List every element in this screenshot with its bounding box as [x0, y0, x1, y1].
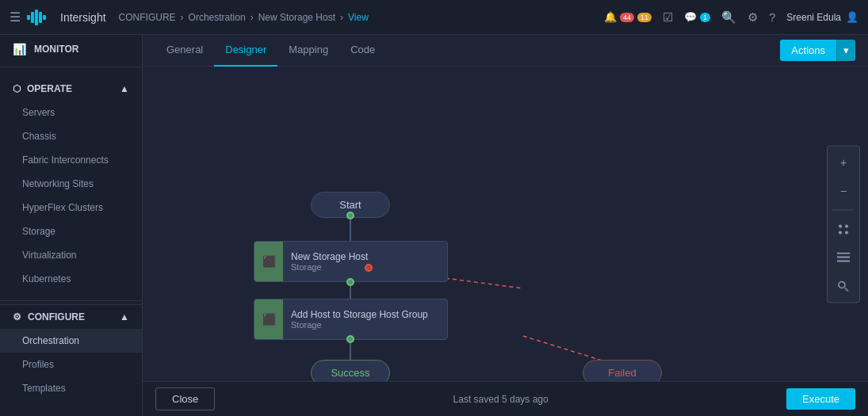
breadcrumb-sep3: › [340, 12, 343, 23]
svg-line-9 [523, 336, 605, 361]
tab-general[interactable]: General [155, 35, 214, 67]
svg-rect-1 [31, 12, 34, 23]
sidebar-item-servers[interactable]: Servers [0, 101, 142, 124]
task-node-2-title: Add Host to Storage Host Group [291, 309, 428, 320]
node2-output-dot [346, 335, 354, 343]
sidebar-item-hyperflex[interactable]: HyperFlex Clusters [0, 196, 142, 219]
configure-section: ⚙ CONFIGURE ▲ Orchestration Profiles Tem… [0, 304, 142, 400]
breadcrumb-host[interactable]: New Storage Host [258, 12, 335, 23]
task-checkmark-icon: ☑ [663, 10, 673, 24]
cisco-logo-svg [27, 9, 55, 26]
app-name: Intersight [60, 11, 106, 24]
breadcrumb-sep1: › [181, 12, 184, 23]
connections-svg [143, 67, 868, 381]
operate-label: OPERATE [27, 83, 72, 94]
execute-button[interactable]: Execute [786, 388, 855, 410]
tab-designer[interactable]: Designer [214, 35, 277, 67]
node1-error-dot [365, 264, 373, 272]
close-button[interactable]: Close [155, 387, 215, 410]
toolbar-divider [832, 209, 855, 210]
breadcrumb: CONFIGURE › Orchestration › New Storage … [119, 12, 604, 23]
node-success: Success [311, 360, 390, 381]
sidebar-item-fabric[interactable]: Fabric Interconnects [0, 148, 142, 172]
configure-label: CONFIGURE [28, 311, 85, 322]
user-icon: 👤 [846, 11, 858, 23]
task-node-1-title: New Storage Host [291, 251, 368, 262]
footer-status: Last saved 5 days ago [453, 394, 549, 405]
failed-label: Failed [608, 367, 636, 379]
task-node-1[interactable]: ⬛ New Storage Host Storage [254, 241, 448, 282]
svg-rect-3 [39, 12, 42, 23]
node-failed: Failed [583, 360, 662, 381]
task-node-2[interactable]: ⬛ Add Host to Storage Host Group Storage [254, 299, 448, 340]
chat-badge: 1 [700, 13, 710, 22]
nav-icons: 🔔 44 11 ☑ 💬 1 🔍 ⚙ ? Sreeni Edula 👤 [604, 10, 858, 25]
operate-header[interactable]: ⬡ OPERATE ▲ [0, 77, 142, 101]
svg-rect-16 [837, 260, 850, 261]
search-tool-icon[interactable] [832, 275, 855, 297]
actions-dropdown-button[interactable]: ▾ [836, 40, 855, 61]
sidebar-item-kubernetes[interactable]: Kubernetes [0, 267, 142, 291]
sidebar-item-networking[interactable]: Networking Sites [0, 172, 142, 196]
right-toolbar: + − [827, 145, 860, 303]
monitor-section-header[interactable]: 📊 MONITOR [0, 35, 142, 63]
tab-code[interactable]: Code [339, 35, 386, 67]
svg-line-18 [845, 288, 848, 291]
sidebar-item-templates[interactable]: Templates [0, 376, 142, 400]
zoom-out-button[interactable]: − [832, 179, 855, 201]
breadcrumb-sep2: › [250, 12, 254, 23]
svg-point-11 [845, 224, 848, 227]
task-node-1-icon: ⬛ [254, 242, 283, 281]
sidebar-item-templates-label: Templates [22, 383, 66, 394]
task-node-2-icon: ⬛ [254, 300, 283, 339]
user-area[interactable]: Sreeni Edula 👤 [786, 11, 858, 23]
sidebar-item-kubernetes-label: Kubernetes [22, 273, 71, 284]
svg-point-10 [839, 224, 842, 227]
tab-mapping[interactable]: Mapping [277, 35, 339, 67]
svg-rect-15 [837, 256, 850, 258]
operate-chevron-icon: ▲ [120, 83, 129, 94]
svg-point-17 [839, 281, 845, 288]
monitor-icon: 📊 [13, 43, 26, 55]
list-view-icon[interactable] [832, 246, 855, 269]
zoom-in-button[interactable]: + [832, 151, 855, 173]
sidebar-item-virtualization[interactable]: Virtualization [0, 243, 142, 267]
settings-icon[interactable]: ⚙ [748, 10, 758, 25]
alert-group[interactable]: 🔔 44 11 [604, 11, 652, 23]
chat-group[interactable]: 💬 1 [684, 11, 710, 23]
search-icon[interactable]: 🔍 [721, 10, 736, 25]
layout-icon[interactable] [832, 218, 855, 240]
task-node-1-sub: Storage [291, 262, 368, 272]
chat-icon: 💬 [684, 11, 697, 23]
sidebar-item-hyperflex-label: HyperFlex Clusters [22, 202, 103, 213]
sidebar-item-profiles[interactable]: Profiles [0, 353, 142, 376]
sidebar-item-servers-label: Servers [22, 107, 55, 118]
cisco-logo: Intersight [27, 9, 106, 26]
operate-section: ⬡ OPERATE ▲ Servers Chassis Fabric Inter… [0, 71, 142, 297]
designer-canvas[interactable]: Start ⬛ New Storage Host Storage [143, 67, 868, 381]
operate-icon: ⬡ [13, 83, 21, 94]
help-icon[interactable]: ? [769, 10, 775, 24]
task-node-2-content: Add Host to Storage Host Group Storage [283, 304, 436, 334]
main-layout: 📊 MONITOR ⬡ OPERATE ▲ Servers Chassis Fa… [0, 35, 868, 416]
svg-rect-2 [35, 10, 38, 25]
sidebar-item-storage[interactable]: Storage [0, 219, 142, 243]
sidebar-item-storage-label: Storage [22, 226, 55, 237]
start-label: Start [339, 199, 361, 211]
actions-button[interactable]: Actions [780, 40, 836, 61]
sidebar-item-chassis[interactable]: Chassis [0, 124, 142, 148]
svg-rect-4 [43, 15, 46, 20]
sidebar-item-fabric-label: Fabric Interconnects [22, 155, 109, 166]
error-badge: 44 [620, 13, 634, 22]
sidebar-item-orchestration-label: Orchestration [22, 335, 79, 346]
hamburger-menu[interactable]: ☰ [10, 10, 21, 25]
bell-icon: 🔔 [604, 11, 617, 23]
tasks-icon[interactable]: ☑ [663, 10, 673, 25]
user-name: Sreeni Edula [786, 12, 841, 23]
success-label: Success [331, 367, 369, 379]
breadcrumb-configure[interactable]: CONFIGURE [119, 12, 176, 23]
configure-header[interactable]: ⚙ CONFIGURE ▲ [0, 305, 142, 329]
task2-icon-symbol: ⬛ [262, 313, 276, 326]
sidebar-item-orchestration[interactable]: Orchestration [0, 329, 142, 353]
breadcrumb-orchestration[interactable]: Orchestration [189, 12, 246, 23]
